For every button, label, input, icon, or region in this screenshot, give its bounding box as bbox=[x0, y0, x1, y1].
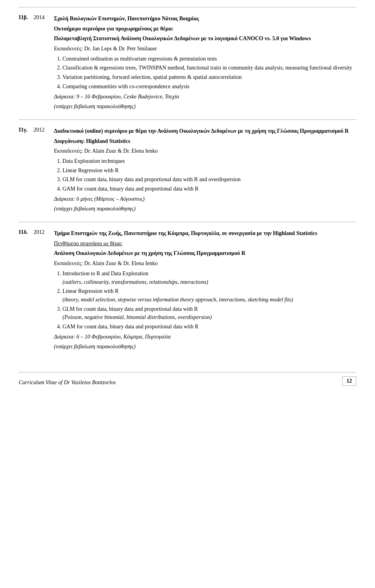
confirm-i1b: (υπάρχει βεβαίωση παρακολούθησης) bbox=[54, 102, 356, 111]
seminar-label-i1d: Πενθήμερο σεμινάριο με θέμα: bbox=[54, 239, 356, 248]
items-list-i1g: Data Exploration techniques Linear Regre… bbox=[62, 157, 356, 193]
duration-i1b: Διάρκεια: 9 – 16 Φεβρουαρίου, Ceske Bude… bbox=[54, 93, 356, 101]
org-i1g: Διοργάνωση: Highland Statistics bbox=[54, 137, 356, 146]
confirm-i1g: (υπάρχει βεβαίωση παρακολούθησης) bbox=[54, 205, 356, 213]
list-item: Constrained ordination as multivariate r… bbox=[62, 55, 356, 63]
section-content-i1g: Διαδικτυακό (online) σεμινάριο με θέμα τ… bbox=[54, 127, 356, 215]
section-year-i1b: 2014 bbox=[34, 14, 54, 112]
section-i1b: Ι1β. 2014 Σχολή Βιολογικών Επιστημών, Πα… bbox=[19, 7, 356, 119]
title-i1d: Τμήμα Επιστημών της Ζωής, Πανεπιστήμιο τ… bbox=[54, 229, 356, 238]
section-year-i1g: 2012 bbox=[34, 127, 54, 215]
duration-i1g: Διάρκεια: 6 μήνες (Μάρτιος – Αύγουστος) bbox=[54, 195, 356, 203]
list-item: Variation partitioning, forward selectio… bbox=[62, 73, 356, 82]
list-item-2: Linear Regression with R (theory, model … bbox=[62, 287, 356, 304]
footer-text: Curriculum Vitae of Dr Vasileios Bontzor… bbox=[19, 380, 116, 386]
section-content-i1b: Σχολή Βιολογικών Επιστημών, Πανεπιστήμιο… bbox=[54, 14, 356, 112]
items-list-i1d: Introduction to R and Data Exploration (… bbox=[62, 269, 356, 331]
section-id-i1b: Ι1β. bbox=[19, 14, 34, 112]
confirm-i1d: (υπάρχει βεβαίωση παρακολούθησης) bbox=[54, 342, 356, 351]
title-line3-i1b: Πολυμεταβλητή Στατιστική Ανάλυση Οικολογ… bbox=[54, 34, 356, 43]
title-line2-i1b: Οκταήμερο σεμινάριο για προχωρημένους με… bbox=[54, 25, 356, 33]
list-item: Data Exploration techniques bbox=[62, 157, 356, 166]
title-line1-i1b: Σχολή Βιολογικών Επιστημών, Πανεπιστήμιο… bbox=[54, 14, 356, 23]
section-i1d: Ι1δ. 2012 Τμήμα Επιστημών της Ζωής, Πανε… bbox=[19, 222, 356, 360]
title-i1g: Διαδικτυακό (online) σεμινάριο με θέμα τ… bbox=[54, 127, 356, 135]
section-id-i1g: Ι1γ. bbox=[19, 127, 34, 215]
section-content-i1d: Τμήμα Επιστημών της Ζωής, Πανεπιστήμιο τ… bbox=[54, 229, 356, 353]
page-number: 12 bbox=[342, 376, 356, 386]
list-item-3: GLM for count data, binary data and prop… bbox=[62, 305, 356, 322]
list-item: GLM for count data, binary data and prop… bbox=[62, 175, 356, 184]
seminar-title-i1d: Ανάλυση Οικολογικών Δεδομένων με τη χρήσ… bbox=[54, 249, 356, 258]
section-id-i1d: Ι1δ. bbox=[19, 229, 34, 353]
list-item: Linear Regression with R bbox=[62, 166, 356, 175]
list-item: Classification & regressions trees, TWIN… bbox=[62, 64, 356, 72]
duration-i1d: Διάρκεια: 6 – 10 Φεβρουαρίου, Κόιμπρα, Π… bbox=[54, 333, 356, 341]
section-i1g: Ι1γ. 2012 Διαδικτυακό (online) σεμινάριο… bbox=[19, 119, 356, 222]
list-item-1: Introduction to R and Data Exploration (… bbox=[62, 269, 356, 286]
list-item: GAM for count data, binary data and prop… bbox=[62, 185, 356, 193]
instructors-i1d: Εκπαιδευτές: Dr. Alain Zuur & Dr. Elena … bbox=[54, 259, 356, 268]
list-item: Comparing communities with co-correspond… bbox=[62, 82, 356, 91]
items-list-i1b: Constrained ordination as multivariate r… bbox=[62, 55, 356, 91]
instructors-i1b: Εκπαιδευτές: Dr. Jan Leps & Dr. Petr Smi… bbox=[54, 45, 356, 53]
instructors-i1g: Εκπαιδευτές: Dr. Alain Zuur & Dr. Elena … bbox=[54, 147, 356, 155]
footer: Curriculum Vitae of Dr Vasileios Bontzor… bbox=[19, 372, 356, 386]
section-year-i1d: 2012 bbox=[34, 229, 54, 353]
list-item-4: GAM for count data, binary data and prop… bbox=[62, 323, 356, 331]
